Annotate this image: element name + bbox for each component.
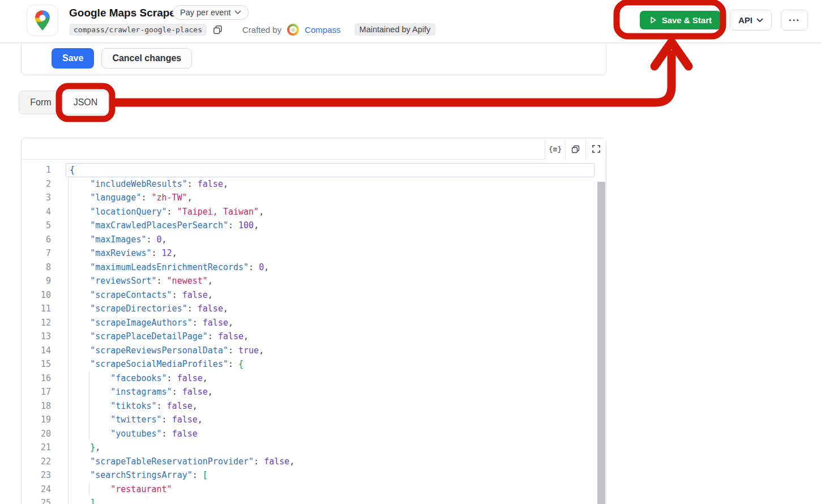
format-json-icon: {≡} [549,145,562,153]
code-line[interactable]: 18 "tiktoks": false, [22,399,606,413]
actor-header: Google Maps Scraper Pay per event compas… [0,0,821,43]
line-number: 14 [22,344,51,358]
line-number: 12 [22,316,51,330]
code-line[interactable]: 9 "reviewsSort": "newest", [22,274,606,288]
copy-icon [212,24,223,35]
json-editor[interactable]: 1{2 "includeWebResults": false,3 "langua… [22,160,606,504]
line-number: 23 [22,468,51,482]
code-line[interactable]: 25 ] [22,496,606,504]
line-number: 3 [22,191,51,205]
line-number: 25 [22,496,51,504]
line-number: 19 [22,413,51,427]
more-options-button[interactable]: ··· [781,10,808,31]
code-line[interactable]: 3 "language": "zh-TW", [22,191,606,205]
input-view-tabs: Form JSON [19,91,109,114]
line-number: 21 [22,441,51,455]
copy-actor-path-button[interactable] [212,24,223,35]
code-line[interactable]: 14 "scrapeReviewsPersonalData": true, [22,344,606,358]
code-line[interactable]: 1{ [22,163,606,177]
pricing-model-dropdown[interactable]: Pay per event [173,5,249,20]
code-line[interactable]: 6 "maxImages": 0, [22,233,606,247]
chevron-down-icon [756,18,763,23]
api-dropdown-button[interactable]: API [730,10,772,31]
code-line[interactable]: 11 "scrapeDirectories": false, [22,302,606,316]
line-number: 13 [22,330,51,344]
ellipsis-icon: ··· [789,15,800,26]
line-number: 20 [22,427,51,441]
format-json-button[interactable]: {≡} [545,138,565,160]
play-icon [649,16,657,24]
copy-icon [571,144,580,154]
editor-toolbar: {≡} [22,138,606,160]
author-link[interactable]: Compass [305,25,340,35]
line-number: 17 [22,385,51,399]
line-number: 8 [22,260,51,275]
editor-vertical-scrollbar[interactable] [597,182,605,504]
code-line[interactable]: 15 "scrapeSocialMediaProfiles": { [22,357,606,371]
code-line[interactable]: 16 "facebooks": false, [22,371,606,386]
code-line[interactable]: 22 "scrapeTableReservationProvider": fal… [22,455,606,469]
code-line[interactable]: 10 "scrapeContacts": false, [22,288,606,302]
save-button[interactable]: Save [52,48,94,69]
line-number: 22 [22,455,51,469]
line-number: 10 [22,288,51,302]
line-number: 18 [22,399,51,413]
code-line[interactable]: 7 "maxReviews": 12, [22,246,606,260]
line-number: 16 [22,371,51,386]
code-line[interactable]: 4 "locationQuery": "Taipei, Taiwan", [22,205,606,219]
code-line[interactable]: 5 "maxCrawledPlacesPerSearch": 100, [22,219,606,233]
json-editor-card: {≡} 1{2 "includeWebResults": false,3 "la… [21,138,606,504]
code-line[interactable]: 17 "instagrams": false, [22,385,606,399]
line-number: 2 [22,177,51,191]
code-line[interactable]: 8 "maximumLeadsEnrichmentRecords": 0, [22,260,606,275]
line-number: 1 [22,163,51,177]
code-line[interactable]: 20 "youtubes": false [22,427,606,441]
fullscreen-icon [592,144,601,153]
google-maps-pin-icon [27,5,58,36]
line-number: 4 [22,205,51,219]
input-actions-card: Save Cancel changes [21,43,606,75]
code-line[interactable]: 12 "scrapeImageAuthors": false, [22,316,606,330]
annotation-arrow-head [655,42,689,66]
code-line[interactable]: 2 "includeWebResults": false, [22,177,606,191]
line-number: 11 [22,302,51,316]
chevron-down-icon [234,10,241,15]
line-number: 6 [22,233,51,247]
page-title: Google Maps Scraper [69,7,179,19]
line-number: 5 [22,219,51,233]
line-number: 7 [22,246,51,260]
code-line[interactable]: 24 "restaurant" [22,482,606,497]
cancel-changes-button[interactable]: Cancel changes [101,48,192,69]
tab-json[interactable]: JSON [63,91,108,114]
line-number: 9 [22,274,51,288]
crafted-by-label: Crafted by [242,25,281,35]
line-number: 15 [22,357,51,371]
maintained-by-badge: Maintained by Apify [354,23,436,36]
actor-path-badge: compass/crawler-google-places [69,24,207,36]
save-and-start-button[interactable]: Save & Start [640,11,721,29]
tab-form[interactable]: Form [19,91,63,114]
line-number: 24 [22,482,51,497]
pricing-model-label: Pay per event [180,8,230,17]
compass-logo-icon: ◎ [287,24,299,36]
code-line[interactable]: 19 "twitters": false, [22,413,606,427]
code-line[interactable]: 23 "searchStringsArray": [ [22,468,606,482]
copy-json-button[interactable] [565,138,585,160]
code-line[interactable]: 21 }, [22,441,606,455]
save-and-start-label: Save & Start [662,15,712,25]
code-line[interactable]: 13 "scrapePlaceDetailPage": false, [22,330,606,344]
fullscreen-button[interactable] [585,138,606,160]
api-label: API [738,15,752,25]
